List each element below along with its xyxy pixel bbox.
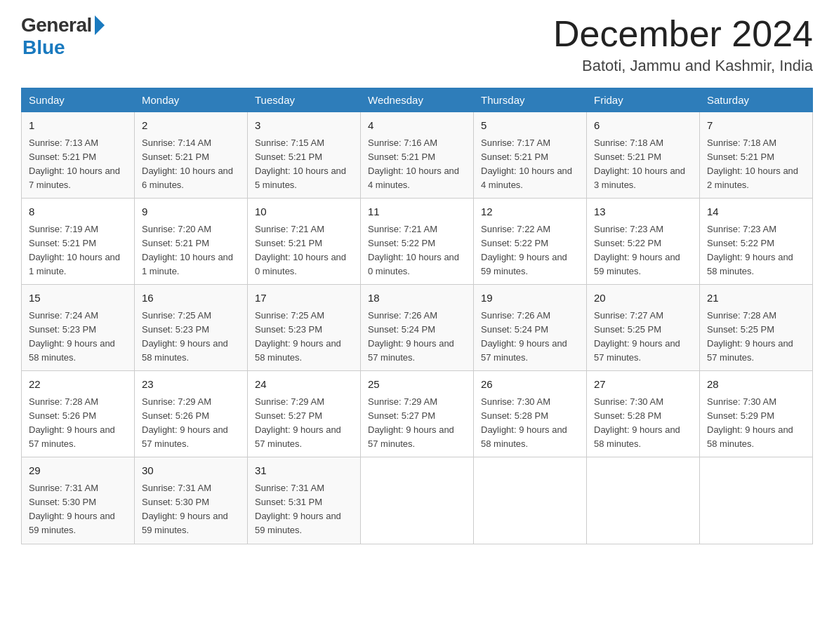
header-tuesday: Tuesday xyxy=(248,88,361,112)
day-number: 3 xyxy=(255,118,353,134)
week-row-5: 29Sunrise: 7:31 AMSunset: 5:30 PMDayligh… xyxy=(22,457,813,544)
day-info: Sunrise: 7:18 AMSunset: 5:21 PMDaylight:… xyxy=(594,136,692,193)
day-number: 29 xyxy=(29,463,127,479)
day-number: 22 xyxy=(29,377,127,393)
calendar-cell: 1Sunrise: 7:13 AMSunset: 5:21 PMDaylight… xyxy=(22,112,135,199)
location-title: Batoti, Jammu and Kashmir, India xyxy=(553,57,813,75)
calendar-cell: 11Sunrise: 7:21 AMSunset: 5:22 PMDayligh… xyxy=(361,199,474,285)
day-info: Sunrise: 7:21 AMSunset: 5:22 PMDaylight:… xyxy=(368,222,466,279)
calendar-cell: 16Sunrise: 7:25 AMSunset: 5:23 PMDayligh… xyxy=(135,285,248,371)
logo: General Blue xyxy=(21,14,105,59)
week-row-2: 8Sunrise: 7:19 AMSunset: 5:21 PMDaylight… xyxy=(22,199,813,285)
day-info: Sunrise: 7:23 AMSunset: 5:22 PMDaylight:… xyxy=(707,222,805,279)
day-info: Sunrise: 7:27 AMSunset: 5:25 PMDaylight:… xyxy=(594,309,692,365)
day-number: 20 xyxy=(594,290,692,307)
day-info: Sunrise: 7:26 AMSunset: 5:24 PMDaylight:… xyxy=(368,309,466,365)
calendar-cell: 6Sunrise: 7:18 AMSunset: 5:21 PMDaylight… xyxy=(587,112,700,199)
day-number: 13 xyxy=(594,204,692,220)
calendar-cell: 13Sunrise: 7:23 AMSunset: 5:22 PMDayligh… xyxy=(587,199,700,285)
day-info: Sunrise: 7:30 AMSunset: 5:28 PMDaylight:… xyxy=(481,395,579,452)
day-info: Sunrise: 7:15 AMSunset: 5:21 PMDaylight:… xyxy=(255,136,353,193)
day-info: Sunrise: 7:21 AMSunset: 5:21 PMDaylight:… xyxy=(255,222,353,279)
day-number: 4 xyxy=(368,118,466,134)
logo-general-text: General xyxy=(21,14,92,36)
day-info: Sunrise: 7:18 AMSunset: 5:21 PMDaylight:… xyxy=(707,136,805,193)
month-title: December 2024 xyxy=(553,14,813,54)
day-info: Sunrise: 7:13 AMSunset: 5:21 PMDaylight:… xyxy=(29,136,127,193)
day-number: 23 xyxy=(142,377,240,393)
day-number: 31 xyxy=(255,463,353,479)
day-number: 11 xyxy=(368,204,466,220)
day-number: 9 xyxy=(142,204,240,220)
day-info: Sunrise: 7:23 AMSunset: 5:22 PMDaylight:… xyxy=(594,222,692,279)
header-sunday: Sunday xyxy=(22,88,135,112)
day-number: 19 xyxy=(481,290,579,307)
calendar-cell: 26Sunrise: 7:30 AMSunset: 5:28 PMDayligh… xyxy=(474,371,587,457)
day-info: Sunrise: 7:19 AMSunset: 5:21 PMDaylight:… xyxy=(29,222,127,279)
day-number: 8 xyxy=(29,204,127,220)
day-info: Sunrise: 7:31 AMSunset: 5:30 PMDaylight:… xyxy=(29,481,127,538)
calendar-cell: 9Sunrise: 7:20 AMSunset: 5:21 PMDaylight… xyxy=(135,199,248,285)
header-thursday: Thursday xyxy=(474,88,587,112)
header-monday: Monday xyxy=(135,88,248,112)
calendar-cell: 7Sunrise: 7:18 AMSunset: 5:21 PMDaylight… xyxy=(700,112,813,199)
calendar-table: SundayMondayTuesdayWednesdayThursdayFrid… xyxy=(21,88,813,544)
day-number: 7 xyxy=(707,118,805,134)
day-info: Sunrise: 7:25 AMSunset: 5:23 PMDaylight:… xyxy=(142,309,240,365)
day-info: Sunrise: 7:30 AMSunset: 5:28 PMDaylight:… xyxy=(594,395,692,452)
day-info: Sunrise: 7:28 AMSunset: 5:26 PMDaylight:… xyxy=(29,395,127,452)
day-info: Sunrise: 7:30 AMSunset: 5:29 PMDaylight:… xyxy=(707,395,805,452)
week-row-3: 15Sunrise: 7:24 AMSunset: 5:23 PMDayligh… xyxy=(22,285,813,371)
day-number: 17 xyxy=(255,290,353,307)
week-row-4: 22Sunrise: 7:28 AMSunset: 5:26 PMDayligh… xyxy=(22,371,813,457)
logo-arrow-icon xyxy=(95,15,105,35)
day-number: 24 xyxy=(255,377,353,393)
calendar-header-row: SundayMondayTuesdayWednesdayThursdayFrid… xyxy=(22,88,813,112)
day-number: 10 xyxy=(255,204,353,220)
title-block: December 2024 Batoti, Jammu and Kashmir,… xyxy=(553,14,813,75)
header-friday: Friday xyxy=(587,88,700,112)
day-number: 1 xyxy=(29,118,127,134)
calendar-cell: 12Sunrise: 7:22 AMSunset: 5:22 PMDayligh… xyxy=(474,199,587,285)
day-info: Sunrise: 7:29 AMSunset: 5:27 PMDaylight:… xyxy=(368,395,466,452)
day-number: 16 xyxy=(142,290,240,307)
day-number: 28 xyxy=(707,377,805,393)
calendar-cell xyxy=(474,457,587,544)
day-number: 26 xyxy=(481,377,579,393)
calendar-cell xyxy=(587,457,700,544)
day-number: 14 xyxy=(707,204,805,220)
day-info: Sunrise: 7:16 AMSunset: 5:21 PMDaylight:… xyxy=(368,136,466,193)
day-info: Sunrise: 7:31 AMSunset: 5:31 PMDaylight:… xyxy=(255,481,353,538)
calendar-cell: 29Sunrise: 7:31 AMSunset: 5:30 PMDayligh… xyxy=(22,457,135,544)
day-number: 6 xyxy=(594,118,692,134)
calendar-cell: 31Sunrise: 7:31 AMSunset: 5:31 PMDayligh… xyxy=(248,457,361,544)
calendar-cell: 21Sunrise: 7:28 AMSunset: 5:25 PMDayligh… xyxy=(700,285,813,371)
day-number: 2 xyxy=(142,118,240,134)
calendar-cell: 28Sunrise: 7:30 AMSunset: 5:29 PMDayligh… xyxy=(700,371,813,457)
day-info: Sunrise: 7:14 AMSunset: 5:21 PMDaylight:… xyxy=(142,136,240,193)
calendar-cell: 20Sunrise: 7:27 AMSunset: 5:25 PMDayligh… xyxy=(587,285,700,371)
calendar-cell: 25Sunrise: 7:29 AMSunset: 5:27 PMDayligh… xyxy=(361,371,474,457)
page-header: General Blue December 2024 Batoti, Jammu… xyxy=(21,14,813,75)
week-row-1: 1Sunrise: 7:13 AMSunset: 5:21 PMDaylight… xyxy=(22,112,813,199)
calendar-cell: 5Sunrise: 7:17 AMSunset: 5:21 PMDaylight… xyxy=(474,112,587,199)
calendar-cell: 4Sunrise: 7:16 AMSunset: 5:21 PMDaylight… xyxy=(361,112,474,199)
calendar-cell: 23Sunrise: 7:29 AMSunset: 5:26 PMDayligh… xyxy=(135,371,248,457)
calendar-cell: 22Sunrise: 7:28 AMSunset: 5:26 PMDayligh… xyxy=(22,371,135,457)
day-info: Sunrise: 7:17 AMSunset: 5:21 PMDaylight:… xyxy=(481,136,579,193)
calendar-cell: 3Sunrise: 7:15 AMSunset: 5:21 PMDaylight… xyxy=(248,112,361,199)
day-number: 25 xyxy=(368,377,466,393)
day-info: Sunrise: 7:29 AMSunset: 5:27 PMDaylight:… xyxy=(255,395,353,452)
calendar-cell xyxy=(700,457,813,544)
day-info: Sunrise: 7:28 AMSunset: 5:25 PMDaylight:… xyxy=(707,309,805,365)
day-info: Sunrise: 7:24 AMSunset: 5:23 PMDaylight:… xyxy=(29,309,127,365)
header-wednesday: Wednesday xyxy=(361,88,474,112)
day-info: Sunrise: 7:26 AMSunset: 5:24 PMDaylight:… xyxy=(481,309,579,365)
day-number: 15 xyxy=(29,290,127,307)
calendar-cell: 10Sunrise: 7:21 AMSunset: 5:21 PMDayligh… xyxy=(248,199,361,285)
day-info: Sunrise: 7:22 AMSunset: 5:22 PMDaylight:… xyxy=(481,222,579,279)
calendar-cell: 19Sunrise: 7:26 AMSunset: 5:24 PMDayligh… xyxy=(474,285,587,371)
calendar-cell: 17Sunrise: 7:25 AMSunset: 5:23 PMDayligh… xyxy=(248,285,361,371)
calendar-cell: 8Sunrise: 7:19 AMSunset: 5:21 PMDaylight… xyxy=(22,199,135,285)
logo-blue-text: Blue xyxy=(22,36,65,59)
